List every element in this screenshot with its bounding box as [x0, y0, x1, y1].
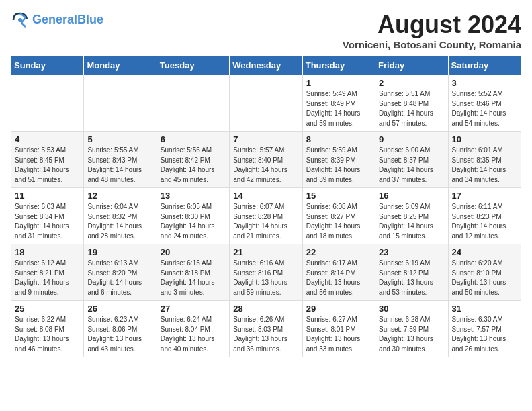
- day-cell: 29Sunrise: 6:27 AM Sunset: 8:01 PM Dayli…: [302, 301, 375, 357]
- day-cell: 17Sunrise: 6:11 AM Sunset: 8:23 PM Dayli…: [448, 188, 521, 244]
- day-number: 25: [15, 304, 80, 314]
- day-cell: [230, 75, 302, 132]
- day-cell: [84, 75, 157, 132]
- day-info: Sunrise: 5:51 AM Sunset: 8:48 PM Dayligh…: [379, 89, 444, 128]
- day-cell: 23Sunrise: 6:19 AM Sunset: 8:12 PM Dayli…: [375, 244, 448, 301]
- day-number: 9: [379, 134, 444, 144]
- day-cell: 16Sunrise: 6:09 AM Sunset: 8:25 PM Dayli…: [375, 188, 448, 244]
- col-header-sunday: Sunday: [11, 56, 84, 75]
- day-cell: 5Sunrise: 5:55 AM Sunset: 8:43 PM Daylig…: [84, 132, 157, 188]
- day-number: 14: [233, 191, 298, 201]
- day-number: 23: [379, 247, 444, 257]
- day-info: Sunrise: 6:13 AM Sunset: 8:20 PM Dayligh…: [87, 259, 152, 298]
- col-header-tuesday: Tuesday: [157, 56, 229, 75]
- week-row-5: 25Sunrise: 6:22 AM Sunset: 8:08 PM Dayli…: [11, 301, 521, 357]
- day-number: 7: [233, 134, 298, 144]
- day-info: Sunrise: 6:01 AM Sunset: 8:35 PM Dayligh…: [452, 146, 517, 185]
- day-info: Sunrise: 5:52 AM Sunset: 8:46 PM Dayligh…: [452, 89, 517, 128]
- day-number: 29: [306, 304, 371, 314]
- day-info: Sunrise: 6:15 AM Sunset: 8:18 PM Dayligh…: [161, 259, 226, 298]
- logo-line1: General: [32, 13, 77, 26]
- day-number: 28: [233, 304, 298, 314]
- day-number: 27: [161, 304, 226, 314]
- day-number: 11: [15, 191, 80, 201]
- day-cell: 10Sunrise: 6:01 AM Sunset: 8:35 PM Dayli…: [448, 132, 521, 188]
- day-cell: 24Sunrise: 6:20 AM Sunset: 8:10 PM Dayli…: [448, 244, 521, 301]
- day-number: 30: [379, 304, 444, 314]
- week-row-2: 4Sunrise: 5:53 AM Sunset: 8:45 PM Daylig…: [11, 132, 521, 188]
- col-header-thursday: Thursday: [302, 56, 375, 75]
- week-row-3: 11Sunrise: 6:03 AM Sunset: 8:34 PM Dayli…: [11, 188, 521, 244]
- day-info: Sunrise: 6:19 AM Sunset: 8:12 PM Dayligh…: [379, 259, 444, 298]
- day-number: 16: [379, 191, 444, 201]
- day-number: 24: [452, 247, 517, 257]
- day-info: Sunrise: 6:22 AM Sunset: 8:08 PM Dayligh…: [15, 315, 80, 354]
- day-number: 8: [306, 134, 371, 144]
- day-cell: 3Sunrise: 5:52 AM Sunset: 8:46 PM Daylig…: [448, 75, 521, 132]
- day-number: 6: [161, 134, 226, 144]
- day-number: 20: [161, 247, 226, 257]
- day-info: Sunrise: 6:03 AM Sunset: 8:34 PM Dayligh…: [15, 202, 80, 241]
- day-info: Sunrise: 6:04 AM Sunset: 8:32 PM Dayligh…: [87, 202, 152, 241]
- col-header-saturday: Saturday: [448, 56, 521, 75]
- day-cell: 20Sunrise: 6:15 AM Sunset: 8:18 PM Dayli…: [157, 244, 229, 301]
- day-cell: 15Sunrise: 6:08 AM Sunset: 8:27 PM Dayli…: [302, 188, 375, 244]
- month-year: August 2024: [343, 11, 521, 39]
- day-number: 10: [452, 134, 517, 144]
- day-cell: 31Sunrise: 6:30 AM Sunset: 7:57 PM Dayli…: [448, 301, 521, 357]
- day-number: 12: [87, 191, 152, 201]
- day-info: Sunrise: 5:53 AM Sunset: 8:45 PM Dayligh…: [15, 146, 80, 185]
- title-area: August 2024 Vorniceni, Botosani County, …: [343, 11, 521, 50]
- day-number: 13: [161, 191, 226, 201]
- day-info: Sunrise: 6:24 AM Sunset: 8:04 PM Dayligh…: [161, 315, 226, 354]
- header: GeneralBlue August 2024 Vorniceni, Botos…: [11, 11, 521, 50]
- day-info: Sunrise: 5:56 AM Sunset: 8:42 PM Dayligh…: [161, 146, 226, 185]
- day-info: Sunrise: 5:49 AM Sunset: 8:49 PM Dayligh…: [306, 89, 371, 128]
- header-row: SundayMondayTuesdayWednesdayThursdayFrid…: [11, 56, 521, 75]
- day-number: 15: [306, 191, 371, 201]
- day-cell: 9Sunrise: 6:00 AM Sunset: 8:37 PM Daylig…: [375, 132, 448, 188]
- day-info: Sunrise: 6:11 AM Sunset: 8:23 PM Dayligh…: [452, 202, 517, 241]
- day-info: Sunrise: 6:00 AM Sunset: 8:37 PM Dayligh…: [379, 146, 444, 185]
- day-cell: 14Sunrise: 6:07 AM Sunset: 8:28 PM Dayli…: [230, 188, 302, 244]
- day-info: Sunrise: 6:20 AM Sunset: 8:10 PM Dayligh…: [452, 259, 517, 298]
- day-info: Sunrise: 5:55 AM Sunset: 8:43 PM Dayligh…: [87, 146, 152, 185]
- week-row-1: 1Sunrise: 5:49 AM Sunset: 8:49 PM Daylig…: [11, 75, 521, 132]
- day-cell: 13Sunrise: 6:05 AM Sunset: 8:30 PM Dayli…: [157, 188, 229, 244]
- day-cell: 1Sunrise: 5:49 AM Sunset: 8:49 PM Daylig…: [302, 75, 375, 132]
- day-info: Sunrise: 6:27 AM Sunset: 8:01 PM Dayligh…: [306, 315, 371, 354]
- day-info: Sunrise: 6:07 AM Sunset: 8:28 PM Dayligh…: [233, 202, 298, 241]
- day-number: 22: [306, 247, 371, 257]
- logo: GeneralBlue: [11, 11, 103, 30]
- col-header-monday: Monday: [84, 56, 157, 75]
- day-info: Sunrise: 6:28 AM Sunset: 7:59 PM Dayligh…: [379, 315, 444, 354]
- day-cell: [11, 75, 84, 132]
- day-number: 31: [452, 304, 517, 314]
- day-info: Sunrise: 6:05 AM Sunset: 8:30 PM Dayligh…: [161, 202, 226, 241]
- day-cell: 4Sunrise: 5:53 AM Sunset: 8:45 PM Daylig…: [11, 132, 84, 188]
- day-cell: 7Sunrise: 5:57 AM Sunset: 8:40 PM Daylig…: [230, 132, 302, 188]
- day-info: Sunrise: 6:17 AM Sunset: 8:14 PM Dayligh…: [306, 259, 371, 298]
- logo-text: GeneralBlue: [32, 13, 103, 27]
- calendar-table: SundayMondayTuesdayWednesdayThursdayFrid…: [11, 56, 521, 357]
- location: Vorniceni, Botosani County, Romania: [343, 39, 521, 50]
- day-cell: 8Sunrise: 5:59 AM Sunset: 8:39 PM Daylig…: [302, 132, 375, 188]
- day-number: 26: [87, 304, 152, 314]
- day-number: 18: [15, 247, 80, 257]
- day-number: 5: [87, 134, 152, 144]
- col-header-friday: Friday: [375, 56, 448, 75]
- day-info: Sunrise: 6:23 AM Sunset: 8:06 PM Dayligh…: [87, 315, 152, 354]
- day-cell: 26Sunrise: 6:23 AM Sunset: 8:06 PM Dayli…: [84, 301, 157, 357]
- week-row-4: 18Sunrise: 6:12 AM Sunset: 8:21 PM Dayli…: [11, 244, 521, 301]
- day-cell: [157, 75, 229, 132]
- day-cell: 6Sunrise: 5:56 AM Sunset: 8:42 PM Daylig…: [157, 132, 229, 188]
- day-info: Sunrise: 6:16 AM Sunset: 8:16 PM Dayligh…: [233, 259, 298, 298]
- day-cell: 11Sunrise: 6:03 AM Sunset: 8:34 PM Dayli…: [11, 188, 84, 244]
- day-info: Sunrise: 6:26 AM Sunset: 8:03 PM Dayligh…: [233, 315, 298, 354]
- day-info: Sunrise: 6:12 AM Sunset: 8:21 PM Dayligh…: [15, 259, 80, 298]
- day-info: Sunrise: 5:59 AM Sunset: 8:39 PM Dayligh…: [306, 146, 371, 185]
- day-cell: 28Sunrise: 6:26 AM Sunset: 8:03 PM Dayli…: [230, 301, 302, 357]
- day-info: Sunrise: 6:09 AM Sunset: 8:25 PM Dayligh…: [379, 202, 444, 241]
- day-number: 4: [15, 134, 80, 144]
- day-cell: 25Sunrise: 6:22 AM Sunset: 8:08 PM Dayli…: [11, 301, 84, 357]
